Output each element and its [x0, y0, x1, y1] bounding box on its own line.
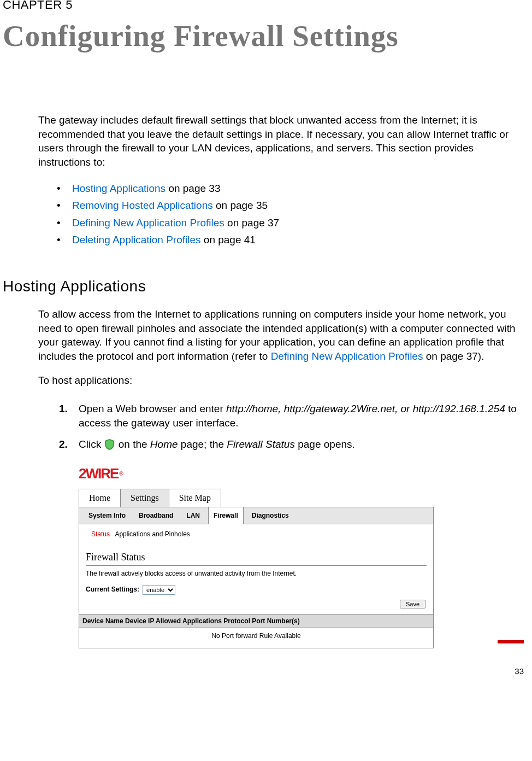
list-item: Defining New Application Profiles on pag…: [59, 214, 527, 232]
panel-description: The firewall actively blocks access of u…: [86, 569, 427, 578]
list-suffix: on page 41: [201, 234, 256, 245]
step-2: 2. Click on the Home page; the Firewall …: [79, 434, 527, 455]
device-table-header: Device Name Device IP Allowed Applicatio…: [79, 614, 433, 628]
link-removing-hosted[interactable]: Removing Hosted Applications: [72, 200, 213, 211]
hosting-paragraph: To allow access from the Internet to app…: [38, 307, 527, 364]
logo-row: 2WIRE®: [79, 464, 434, 483]
link-hosting-applications[interactable]: Hosting Applications: [72, 183, 165, 194]
text: Open a Web browser and enter: [79, 403, 226, 414]
list-item: Removing Hosted Applications on page 35: [59, 197, 527, 214]
secondary-tabs: System Info Broadband LAN Firewall Diagn…: [79, 507, 434, 524]
chapter-label: CHAPTER 5: [3, 0, 527, 13]
screenshot-figure: 2WIRE® Home Settings Site Map System Inf…: [79, 464, 434, 648]
tab-settings[interactable]: Settings: [120, 489, 169, 507]
main-tabs: Home Settings Site Map: [79, 489, 434, 507]
list-item: Hosting Applications on page 33: [59, 180, 527, 197]
tertiary-nav: Status Applications and Pinholes: [86, 530, 427, 538]
subtab-broadband[interactable]: Broadband: [134, 507, 178, 524]
section-heading: Hosting Applications: [3, 276, 527, 297]
list-suffix: on page 37: [224, 217, 279, 229]
page-title: Configuring Firewall Settings: [3, 19, 527, 53]
home-page-ref: Home: [150, 438, 178, 450]
step-1: 1. Open a Web browser and enter http://h…: [79, 398, 527, 434]
subtab-diagnostics[interactable]: Diagnostics: [247, 507, 294, 524]
tab-site-map[interactable]: Site Map: [169, 489, 221, 507]
list-suffix: on page 33: [165, 183, 220, 194]
text: Click: [79, 438, 104, 450]
list-suffix: on page 35: [213, 200, 268, 211]
link-defining-profiles[interactable]: Defining New Application Profiles: [72, 217, 224, 229]
save-row: Save: [86, 599, 425, 609]
subtab-system-info[interactable]: System Info: [84, 507, 131, 524]
link-defining-profiles-inline[interactable]: Defining New Application Profiles: [271, 350, 423, 362]
page-number: 33: [3, 666, 527, 677]
sublink-status[interactable]: Status: [91, 530, 110, 538]
text: on page 37).: [423, 350, 484, 362]
subtab-lan[interactable]: LAN: [181, 507, 205, 524]
registered-mark-icon: ®: [119, 471, 123, 477]
link-deleting-profiles[interactable]: Deleting Application Profiles: [72, 234, 201, 245]
subtab-firewall[interactable]: Firewall: [208, 507, 244, 524]
section-body: To allow access from the Internet to app…: [38, 307, 527, 649]
to-host-label: To host applications:: [38, 373, 527, 388]
intro-paragraph: The gateway includes default firewall se…: [38, 113, 527, 169]
sublink-applications-pinholes[interactable]: Applications and Pinholes: [115, 530, 190, 538]
step-number: 2.: [59, 437, 68, 452]
text: page; the: [178, 438, 227, 450]
firewall-shield-icon: [105, 439, 114, 450]
twowire-logo: 2WIRE: [79, 465, 118, 482]
steps-list: 1. Open a Web browser and enter http://h…: [38, 398, 527, 455]
enable-select[interactable]: enable: [143, 585, 175, 595]
step-number: 1.: [59, 402, 68, 416]
bullet-list: Hosting Applications on page 33 Removing…: [38, 180, 527, 249]
text: page opens.: [295, 438, 355, 450]
list-item: Deleting Application Profiles on page 41: [59, 231, 527, 249]
panel-heading: Firewall Status: [86, 551, 427, 566]
current-settings-label: Current Settings:: [86, 585, 139, 594]
save-button[interactable]: Save: [400, 600, 425, 608]
tab-home[interactable]: Home: [79, 489, 121, 507]
step1-url-text: http://home, http://gateway.2Wire.net, o…: [226, 403, 505, 414]
body-content: The gateway includes default firewall se…: [38, 113, 527, 249]
firewall-panel: Status Applications and Pinholes Firewal…: [79, 524, 434, 649]
current-settings-row: Current Settings: enable: [86, 585, 427, 595]
firewall-status-ref: Firewall Status: [227, 438, 295, 450]
text: on the: [115, 438, 150, 450]
